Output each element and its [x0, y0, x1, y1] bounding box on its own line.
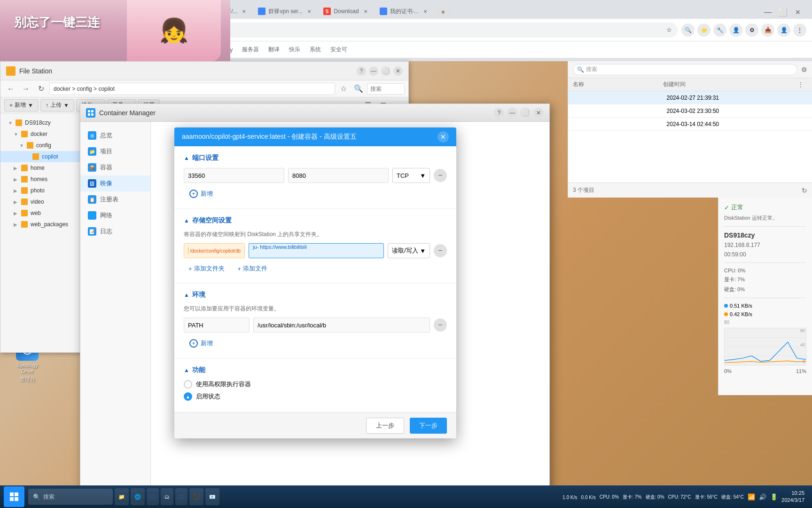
- ext-icon-3[interactable]: 🔧: [713, 24, 726, 37]
- toolbar-new[interactable]: + 新增 ▼: [4, 99, 39, 111]
- browser-tab-qq[interactable]: 群驿vpn ser... ✕: [253, 4, 318, 19]
- taskbar-explorer[interactable]: 🗂: [161, 488, 173, 505]
- add-folder-button[interactable]: + 添加文件夹: [184, 262, 229, 275]
- browser-tab-cert[interactable]: 我的证书·... ✕: [375, 4, 434, 19]
- start-button[interactable]: [4, 486, 24, 507]
- new-tab-button[interactable]: +: [437, 6, 450, 19]
- browser-minimize[interactable]: —: [761, 6, 774, 19]
- taskbar-edge[interactable]: ⬡: [147, 488, 159, 505]
- nav-refresh[interactable]: ↻: [34, 82, 47, 95]
- ext-icon-6[interactable]: 📥: [761, 24, 774, 37]
- env-key-input[interactable]: [184, 318, 250, 333]
- tray-battery-icon[interactable]: 🔋: [770, 493, 778, 500]
- bookmark-12[interactable]: 快乐: [285, 44, 304, 56]
- next-step-button[interactable]: 下一步: [410, 418, 447, 434]
- add-env-button[interactable]: + 新增: [184, 336, 447, 350]
- cm-sidebar-images[interactable]: 🖼 映像: [80, 175, 150, 191]
- ds-sort-icon[interactable]: ⚙: [801, 66, 807, 73]
- window-close[interactable]: ✕: [393, 66, 403, 76]
- window-maximize[interactable]: ⬜: [381, 66, 390, 76]
- env-value-input[interactable]: [253, 318, 430, 333]
- container-port-input[interactable]: [288, 168, 389, 183]
- cm-sidebar-overview[interactable]: ⊞ 总览: [80, 127, 150, 143]
- sidebar-web-packages[interactable]: ▶ web_packages: [0, 219, 85, 230]
- sidebar-home[interactable]: ▶ home: [0, 162, 85, 174]
- ds-file-row-1[interactable]: 2024-02-27 21:39:31: [568, 91, 812, 104]
- taskbar-search[interactable]: 🔍 搜索: [28, 489, 113, 505]
- add-file-button[interactable]: + 添加文件: [233, 262, 273, 275]
- tab-close-download[interactable]: ✕: [362, 8, 369, 15]
- storage-mode-dropdown[interactable]: 读取/写入 ▼: [388, 243, 430, 258]
- storage-volume-input[interactable]: ju- https://www.bilibilibili: [249, 243, 384, 258]
- ds-file-row-3[interactable]: 2024-03-14 02:44:50: [568, 118, 812, 131]
- cm-maximize[interactable]: ⬜: [520, 108, 531, 118]
- dialog-close-button[interactable]: ✕: [437, 131, 449, 143]
- taskbar-terminal[interactable]: ⬛: [189, 488, 203, 505]
- local-port-input[interactable]: [184, 168, 284, 183]
- cm-help[interactable]: ?: [494, 108, 504, 118]
- nav-search[interactable]: 🔍: [352, 82, 365, 95]
- cm-sidebar-logs[interactable]: 📝 日志: [80, 223, 150, 239]
- sidebar-root[interactable]: ▼ DS918czy: [0, 117, 85, 128]
- cm-sidebar-network[interactable]: 🌐 网络: [80, 207, 150, 223]
- browser-close[interactable]: ✕: [791, 6, 804, 19]
- sidebar-docker[interactable]: ▼ docker: [0, 128, 85, 140]
- ds-file-row-2[interactable]: 2024-03-02 23:30:50: [568, 104, 812, 118]
- enable-status-checkbox[interactable]: ▲: [184, 392, 192, 401]
- ext-icon-5[interactable]: ⚙: [745, 24, 758, 37]
- ext-icon-2[interactable]: ⭐: [697, 24, 710, 37]
- tray-wifi-icon[interactable]: 📶: [748, 493, 755, 500]
- toolbar-upload[interactable]: ↑ 上传 ▼: [40, 99, 74, 111]
- sidebar-web[interactable]: ▶ web: [0, 207, 85, 219]
- ds-search-bar[interactable]: 🔍 搜索: [573, 64, 797, 75]
- taskbar-clock[interactable]: 10:25 2024/3/17: [781, 490, 804, 504]
- sidebar-homes[interactable]: ▶ homes: [0, 174, 85, 185]
- add-port-button[interactable]: + 新增: [184, 187, 447, 201]
- tray-network-icon[interactable]: 1.0 K/s 0.0 K/s: [562, 493, 596, 500]
- nav-star[interactable]: ☆: [337, 82, 350, 95]
- bookmark-10[interactable]: 服务器: [238, 44, 263, 56]
- sidebar-copilot[interactable]: copilot: [0, 151, 85, 162]
- taskbar-outlook[interactable]: 📧: [205, 488, 219, 505]
- ds-refresh-icon[interactable]: ↻: [802, 187, 807, 194]
- ext-icon-1[interactable]: 🔍: [681, 24, 695, 37]
- tab-close-nvidia[interactable]: ✕: [240, 8, 248, 15]
- tab-close-cert[interactable]: ✕: [422, 8, 429, 15]
- remove-port-button[interactable]: −: [434, 169, 447, 182]
- taskbar-browser[interactable]: 🌐: [131, 488, 145, 505]
- tray-temp-icon[interactable]: CPU: 72°C 显卡: 56°C 硬盘: 54°C: [668, 493, 744, 500]
- sidebar-config[interactable]: ▼ config: [0, 140, 85, 151]
- taskbar-file-manager[interactable]: 📁: [115, 488, 129, 505]
- window-minimize[interactable]: —: [369, 66, 378, 76]
- nav-forward[interactable]: →: [19, 82, 32, 95]
- nav-back[interactable]: ←: [4, 82, 17, 95]
- prev-step-button[interactable]: 上一步: [366, 418, 404, 434]
- high-privilege-checkbox[interactable]: [184, 380, 192, 389]
- cm-sidebar-projects[interactable]: 📁 项目: [80, 143, 150, 159]
- cm-minimize[interactable]: —: [507, 108, 517, 118]
- svg-rect-11: [15, 497, 18, 501]
- cm-close[interactable]: ✕: [533, 108, 544, 118]
- protocol-dropdown[interactable]: TCP ▼: [392, 168, 430, 183]
- browser-restore[interactable]: ⬜: [776, 6, 789, 19]
- remove-storage-button[interactable]: −: [434, 244, 447, 257]
- tray-cpu-icon[interactable]: CPU: 0% 显卡: 7% 硬盘: 0%: [600, 493, 664, 500]
- window-help[interactable]: ?: [357, 66, 366, 76]
- file-search-input[interactable]: [367, 83, 405, 95]
- ext-menu[interactable]: ⋮: [793, 24, 806, 37]
- bookmark-11[interactable]: 翻译: [265, 44, 283, 56]
- env-info-text: 您可以添加要应用于容器的环境变量。: [184, 305, 447, 313]
- taskbar-vscode[interactable]: ⬡: [175, 488, 187, 505]
- tray-volume-icon[interactable]: 🔊: [759, 493, 766, 500]
- cm-sidebar-registry[interactable]: 📋 注册表: [80, 191, 150, 207]
- sidebar-photo[interactable]: ▶ photo: [0, 185, 85, 196]
- remove-env-button[interactable]: −: [434, 318, 447, 332]
- bookmark-14[interactable]: 安全可: [327, 44, 351, 56]
- ext-icon-4[interactable]: 👤: [729, 24, 742, 37]
- bookmark-13[interactable]: 系统: [306, 44, 325, 56]
- cm-sidebar-containers[interactable]: 📦 容器: [80, 159, 150, 175]
- tab-close-qq[interactable]: ✕: [305, 8, 313, 15]
- sidebar-video[interactable]: ▶ video: [0, 196, 85, 207]
- browser-tab-download[interactable]: S Download ✕: [319, 4, 374, 19]
- ext-icon-profile[interactable]: 👤: [777, 24, 790, 37]
